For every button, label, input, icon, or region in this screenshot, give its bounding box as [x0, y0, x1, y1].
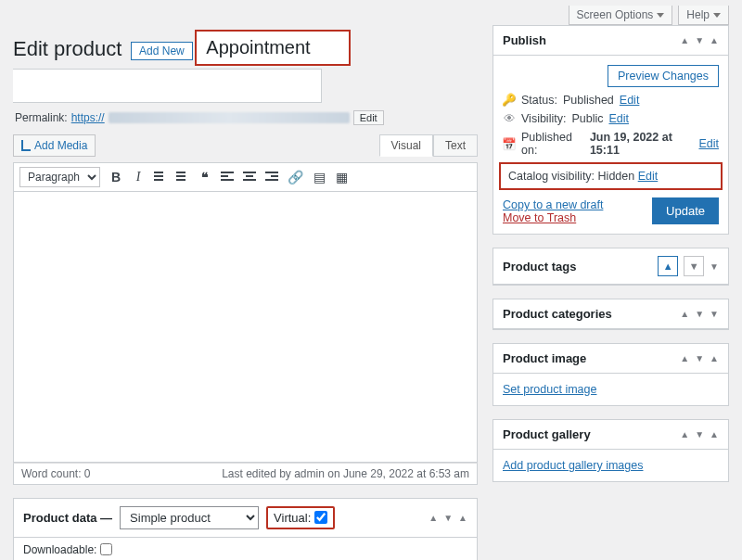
product-tags-title: Product tags — [503, 260, 576, 274]
chevron-up-toggle-icon[interactable]: ▲ — [710, 353, 719, 363]
numbered-list-button[interactable] — [176, 172, 189, 183]
word-count: Word count: 0 — [21, 467, 91, 480]
permalink-edit-button[interactable]: Edit — [353, 110, 384, 125]
product-categories-title: Product categories — [503, 307, 612, 321]
publish-box-title: Publish — [503, 33, 546, 47]
align-center-button[interactable] — [243, 172, 256, 183]
move-to-trash-link[interactable]: Move to Trash — [503, 211, 576, 224]
bold-button[interactable]: B — [109, 171, 122, 184]
align-left-button[interactable] — [221, 172, 234, 183]
product-gallery-box: Product gallery ▲ ▼ ▲ Add product galler… — [493, 419, 729, 482]
published-edit-link[interactable]: Edit — [698, 137, 719, 150]
copy-to-draft-link[interactable]: Copy to a new draft — [503, 198, 603, 211]
add-new-button[interactable]: Add New — [131, 42, 193, 60]
catalog-value: Hidden — [598, 170, 635, 183]
paragraph-select[interactable]: Paragraph — [19, 167, 100, 187]
chevron-up-toggle-icon[interactable]: ▲ — [710, 429, 719, 439]
downloadable-checkbox[interactable] — [100, 543, 112, 555]
visibility-edit-link[interactable]: Edit — [608, 112, 629, 125]
product-image-title: Product image — [503, 351, 586, 365]
add-gallery-images-link[interactable]: Add product gallery images — [503, 459, 643, 472]
preview-changes-button[interactable]: Preview Changes — [608, 65, 719, 87]
chevron-down-icon[interactable]: ▼ — [695, 35, 704, 45]
catalog-label: Catalog visibility: — [508, 170, 595, 183]
published-label: Published on: — [521, 131, 584, 157]
status-value: Published — [563, 94, 614, 107]
last-edited: Last edited by admin on June 29, 2022 at… — [222, 467, 469, 480]
chevron-up-icon[interactable]: ▲ — [429, 513, 438, 523]
virtual-label: Virtual: — [274, 511, 311, 525]
chevron-down-toggle-icon[interactable]: ▼ — [710, 309, 719, 319]
screen-options-button[interactable]: Screen Options — [569, 6, 673, 25]
more-button[interactable]: ▤ — [313, 171, 326, 184]
status-label: Status: — [521, 94, 557, 107]
virtual-checkbox[interactable] — [314, 511, 327, 524]
product-title-input[interactable] — [197, 32, 348, 64]
link-button[interactable]: 🔗 — [288, 171, 303, 184]
chevron-up-toggle-icon[interactable]: ▲ — [710, 35, 719, 45]
chevron-up-icon[interactable]: ▲ — [680, 429, 689, 439]
help-label: Help — [686, 8, 710, 21]
catalog-visibility-row: Catalog visibility: Hidden Edit — [499, 162, 723, 190]
caret-down-icon — [713, 13, 721, 18]
eye-icon: 👁 — [503, 112, 516, 125]
chevron-down-icon[interactable]: ▼ — [695, 309, 704, 319]
permalink-label: Permalink: — [15, 111, 68, 124]
downloadable-label: Downloadable: — [23, 543, 96, 556]
tab-text[interactable]: Text — [433, 134, 478, 157]
help-button[interactable]: Help — [678, 6, 729, 25]
permalink-link[interactable]: https:// — [71, 111, 105, 124]
bullet-list-button[interactable] — [154, 172, 167, 183]
visibility-value: Public — [571, 112, 603, 125]
blockquote-button[interactable]: ❝ — [198, 171, 211, 184]
set-product-image-link[interactable]: Set product image — [503, 383, 596, 396]
product-title-input-ext[interactable] — [13, 70, 321, 102]
update-button[interactable]: Update — [652, 197, 719, 224]
chevron-down-icon[interactable]: ▼ — [443, 513, 453, 523]
tab-visual[interactable]: Visual — [379, 134, 433, 157]
chevron-down-icon[interactable]: ▼ — [684, 256, 704, 276]
publish-box: Publish ▲ ▼ ▲ Preview Changes 🔑 Status: … — [493, 25, 729, 235]
product-data-box: Product data — Simple product Virtual: ▲… — [13, 498, 478, 560]
screen-options-label: Screen Options — [577, 8, 654, 21]
product-data-heading: Product data — — [23, 511, 112, 525]
chevron-down-icon[interactable]: ▼ — [695, 353, 704, 363]
chevron-up-icon[interactable]: ▲ — [680, 309, 689, 319]
published-value: Jun 19, 2022 at 15:11 — [590, 131, 694, 157]
permalink-blurred — [109, 112, 350, 123]
chevron-up-icon[interactable]: ▲ — [680, 353, 689, 363]
toolbar-toggle-button[interactable]: ▦ — [335, 171, 348, 184]
status-edit-link[interactable]: Edit — [620, 94, 640, 107]
chevron-down-toggle-icon[interactable]: ▼ — [710, 261, 719, 272]
media-icon — [21, 140, 31, 151]
virtual-option: Virtual: — [266, 506, 335, 529]
editor-toolbar: Paragraph B I ❝ 🔗 ▤ ▦ — [13, 162, 478, 192]
add-media-label: Add Media — [34, 139, 87, 152]
product-type-select[interactable]: Simple product — [120, 506, 259, 529]
content-editor[interactable] — [13, 192, 478, 463]
caret-down-icon — [657, 13, 664, 18]
align-right-button[interactable] — [265, 172, 278, 183]
product-gallery-title: Product gallery — [503, 427, 591, 441]
title-input-wrap — [196, 31, 349, 65]
calendar-icon: 📅 — [503, 137, 516, 151]
visibility-label: Visibility: — [521, 112, 566, 125]
editor-status-bar: Word count: 0 Last edited by admin on Ju… — [13, 463, 478, 485]
italic-button[interactable]: I — [132, 171, 145, 184]
page-title: Edit product — [13, 37, 122, 61]
chevron-up-icon[interactable]: ▲ — [658, 256, 678, 276]
pin-icon: 🔑 — [503, 93, 516, 107]
chevron-up-icon[interactable]: ▲ — [680, 35, 689, 45]
product-tags-box: Product tags ▲ ▼ ▼ — [493, 248, 729, 286]
product-categories-box: Product categories ▲ ▼ ▼ — [493, 299, 729, 330]
product-data-handles: ▲ ▼ ▲ — [429, 513, 467, 523]
chevron-up-toggle-icon[interactable]: ▲ — [458, 513, 467, 523]
permalink-row: Permalink: https:// Edit — [15, 110, 476, 125]
product-image-box: Product image ▲ ▼ ▲ Set product image — [493, 343, 729, 406]
add-media-button[interactable]: Add Media — [13, 134, 96, 157]
chevron-down-icon[interactable]: ▼ — [695, 429, 704, 439]
catalog-edit-link[interactable]: Edit — [638, 170, 659, 183]
